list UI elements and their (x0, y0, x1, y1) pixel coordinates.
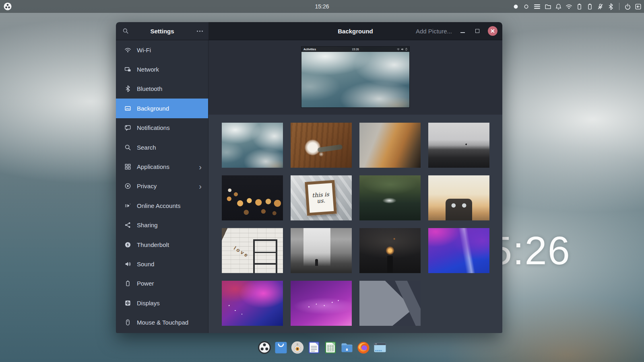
wallpaper-bokeh-lights[interactable] (222, 175, 283, 220)
search-icon[interactable] (122, 28, 129, 34)
wifi-icon (124, 46, 131, 53)
menu-icon[interactable] (533, 3, 541, 10)
preview-battery-icon (405, 48, 408, 51)
sidebar-item-label: Online Accounts (137, 202, 180, 209)
sidebar-item-label: Applications (137, 163, 169, 170)
chevron-right-icon: › (199, 182, 202, 190)
software-icon[interactable] (274, 340, 288, 355)
battery2-icon[interactable] (586, 3, 593, 10)
sidebar-item-label: Displays (137, 300, 160, 306)
wallpaper-filament-bulb[interactable] (359, 228, 421, 273)
love-letters: love (233, 245, 250, 259)
libreoffice-calc-icon[interactable] (323, 340, 338, 355)
power-button-icon[interactable] (624, 3, 631, 10)
power-icon (124, 280, 131, 287)
desktop-preview: Activities 15:26 (301, 46, 410, 108)
sidebar-item-background[interactable]: Background (116, 99, 208, 118)
desktop: 15:26 Monday April 1 Settings Background… (0, 0, 644, 362)
wallpaper-gray-geometric[interactable] (359, 281, 421, 326)
sidebar-item-bluetooth[interactable]: Bluetooth (116, 79, 208, 99)
sidebar-item-search[interactable]: Search (116, 138, 208, 157)
workspace-inactive-icon[interactable] (523, 3, 530, 10)
sidebar-item-displays[interactable]: Displays (116, 293, 208, 313)
sidebar-item-privacy[interactable]: Privacy› (116, 177, 208, 196)
sidebar-item-notifications[interactable]: Notifications (116, 118, 208, 138)
wallpaper-love-brick-wall[interactable]: love (222, 228, 283, 273)
sidebar-item-label: Mouse & Touchpad (137, 319, 188, 326)
firefox-icon[interactable] (356, 340, 371, 355)
sidebar-item-label: Search (137, 144, 156, 151)
sound-icon (124, 260, 131, 267)
sidebar-item-label: Sharing (137, 222, 158, 228)
headerbar[interactable]: Settings Background Add Picture... (116, 22, 502, 40)
applications-icon (124, 163, 131, 171)
preview-volume-icon (401, 48, 404, 51)
bell-icon[interactable] (555, 3, 562, 10)
more-menu-icon[interactable] (197, 31, 203, 32)
sidebar-item-sound[interactable]: Sound (116, 254, 208, 274)
close-button[interactable] (488, 26, 497, 36)
tray-expand-icon[interactable] (635, 3, 642, 10)
sidebar-item-sharing[interactable]: Sharing (116, 216, 208, 235)
window-title: Settings (150, 28, 174, 35)
audio-player-icon[interactable] (290, 340, 305, 355)
sidebar-item-network[interactable]: Network (116, 60, 208, 79)
bluetooth-icon (124, 85, 131, 93)
panel-status-area (512, 0, 642, 13)
sidebar-item-label: Bluetooth (137, 85, 162, 92)
wallpaper-spoon-of-salt[interactable] (291, 123, 352, 168)
wallpaper-grid: this is us.love (208, 115, 502, 333)
sidebar-headerbar: Settings (116, 22, 208, 40)
background-icon (124, 105, 131, 112)
libreoffice-writer-icon[interactable] (307, 340, 321, 355)
wallpaper-clouds-over-coast[interactable] (222, 123, 283, 168)
terminal-icon[interactable] (373, 340, 387, 355)
wallpaper-this-is-us-frame[interactable]: this is us. (291, 175, 352, 220)
wallpaper-tower-viewer[interactable] (428, 175, 489, 220)
sidebar-item-online-accounts[interactable]: Online Accounts (116, 196, 208, 215)
sidebar-item-label: Wi-Fi (137, 47, 151, 53)
settings-sidebar: Wi-FiNetworkBluetoothBackgroundNotificat… (116, 40, 208, 333)
network-icon (124, 66, 131, 73)
add-picture-button[interactable]: Add Picture... (416, 28, 452, 35)
sidebar-item-wifi[interactable]: Wi-Fi (116, 40, 208, 60)
wallpaper-purple-blue-abstract[interactable] (428, 228, 489, 273)
wallpaper-purple-sparkle[interactable] (291, 281, 352, 326)
budgie-menu-icon[interactable] (257, 340, 272, 355)
panel-separator (619, 3, 619, 10)
sidebar-item-power[interactable]: Power (116, 274, 208, 293)
sidebar-item-label: Notifications (137, 124, 170, 131)
maximize-button[interactable] (473, 27, 482, 35)
wallpaper-coastal-silhouette[interactable] (428, 123, 489, 168)
sidebar-item-label: Thunderbolt (137, 241, 169, 248)
mouse-icon (124, 319, 131, 326)
dock (0, 340, 644, 355)
battery-icon[interactable] (576, 3, 583, 10)
wallpaper-preview-section: Activities 15:26 (208, 40, 502, 115)
background-panel: Activities 15:26 this is us.love (208, 40, 502, 333)
files-icon[interactable] (340, 340, 354, 355)
sidebar-item-label: Privacy (137, 183, 157, 189)
sidebar-item-thunderbolt[interactable]: Thunderbolt (116, 235, 208, 254)
minimize-button[interactable] (458, 27, 467, 35)
wallpaper-waterfall[interactable] (291, 228, 352, 273)
folder-icon[interactable] (545, 3, 551, 10)
mic-muted-icon[interactable] (597, 3, 604, 10)
displays-icon (124, 299, 131, 306)
page-headerbar: Background Add Picture... (208, 22, 502, 40)
wallpaper-swan-dark-water[interactable] (359, 175, 421, 220)
wallpaper-sleeping-cat[interactable] (359, 123, 421, 168)
sidebar-item-label: Network (137, 66, 159, 73)
wallpaper-pink-blue-abstract[interactable] (222, 281, 283, 326)
bluetooth-icon[interactable] (607, 3, 614, 10)
workspace-active-icon[interactable] (512, 3, 519, 10)
sidebar-item-mouse[interactable]: Mouse & Touchpad (116, 313, 208, 332)
framed-sign: this is us. (305, 180, 337, 216)
wifi-icon[interactable] (566, 3, 572, 10)
preview-clock: 15:26 (301, 48, 409, 51)
sidebar-item-label: Background (137, 105, 169, 112)
notifications-icon (124, 124, 131, 132)
sidebar-item-label: Sound (137, 261, 154, 267)
sidebar-item-applications[interactable]: Applications› (116, 157, 208, 176)
search-icon (124, 144, 131, 151)
